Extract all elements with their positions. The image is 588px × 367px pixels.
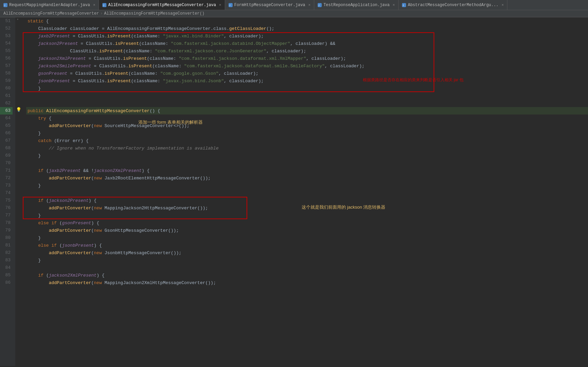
code-line-56: jackson2XmlPresent = ClassUtils. isPrese…: [26, 55, 588, 62]
method-addpart-82: addPartConverter: [49, 250, 91, 256]
svg-text:J: J: [229, 4, 231, 6]
lightbulb-icon[interactable]: 💡: [16, 107, 21, 112]
tab-close-3-button[interactable]: ×: [393, 3, 395, 7]
indent-71: [28, 168, 38, 173]
line-60: 60: [0, 85, 13, 92]
line-83: 83: [0, 257, 13, 264]
type-jackson2xml: MappingJackson2XmlHttpMessageConverter: [104, 280, 205, 285]
plain-81b: (: [57, 243, 62, 248]
line-72: 72: [0, 174, 13, 182]
plain-59a: = ClassUtils.: [70, 78, 107, 84]
annotation-form-parsers: 添加一些 form 表单相关的解析器: [138, 119, 203, 125]
line-81: 81: [0, 242, 13, 249]
plain-86a: (: [91, 280, 94, 285]
indent-68: [28, 146, 49, 151]
keyword-new-86: new: [94, 280, 102, 285]
type-jaxb2: Jaxb2RootElementHttpMessageConverter: [104, 176, 200, 181]
plain-54b: (: [139, 41, 142, 46]
code-line-83: }: [26, 257, 588, 264]
plain-78a: [49, 221, 51, 226]
keyword-if-85: if: [38, 273, 44, 278]
code-line-59: jsonbPresent = ClassUtils. isPresent ( c…: [26, 77, 588, 85]
plain-85b: ) {: [97, 273, 104, 278]
plain-53b: (: [131, 34, 134, 39]
line-85: 85: [0, 272, 13, 279]
plain-63b: () {: [150, 108, 160, 113]
plain-58b: (: [128, 71, 131, 76]
code-content: 添加一些 form 表单相关的解析器 这个就是我们前面用的 jackson 消息…: [23, 17, 588, 366]
tab-label-4: AbstractMessageConverterMethodArgu...: [408, 3, 498, 7]
constructor-name: AllEncompassingFormHttpMessageConverter: [46, 108, 150, 113]
plain-59c: [160, 78, 163, 84]
tab-testresponse[interactable]: J TestReponseApplication.java ×: [314, 0, 399, 10]
fold-icon-51[interactable]: ▾: [17, 17, 19, 21]
indent-69: [28, 153, 38, 158]
plain-53c: [160, 34, 163, 39]
field-jackson2-75: jackson2Present: [49, 198, 88, 203]
plain-79b: [102, 228, 104, 233]
line-58: 58: [0, 70, 13, 77]
indent-83: [28, 258, 38, 263]
plain-58d: , classLoader);: [219, 71, 258, 76]
tab-abstract[interactable]: J AbstractMessageConverterMethodArgu... …: [399, 0, 507, 10]
comment-ignore: // Ignore when no TransformerFactory imp…: [49, 146, 218, 151]
plain-65a: (: [91, 123, 94, 128]
line-51: 51: [0, 17, 13, 25]
method-ispresent-58: isPresent: [104, 71, 128, 76]
plain-53a: = ClassUtils.: [70, 34, 107, 39]
tab-allencompassing[interactable]: J AllEncompassingFormHttpMessageConverte…: [99, 0, 225, 10]
method-addpart-72: addPartConverter: [49, 176, 91, 181]
code-line-71: if ( jaxb2Present && ! jackson2XmlPresen…: [26, 167, 588, 174]
line-86: 86: [0, 279, 13, 286]
indent-76: [28, 206, 49, 211]
svg-text:J: J: [403, 4, 404, 6]
annotation-jar-comment: 根据类路径是否存在相应的类来判断是否引入相关 jar 包: [363, 77, 464, 83]
tab-requestmapping[interactable]: J RequestMappingHandlerAdapter.java ×: [0, 0, 99, 10]
plain-57b: (: [152, 64, 155, 69]
plain-78c: ) {: [91, 221, 99, 226]
code-line-53: jaxb2Present = ClassUtils. isPresent ( c…: [26, 32, 588, 40]
indent-59: [28, 78, 38, 84]
breadcrumb-method[interactable]: AllEncompassingFormHttpMessageConverter(…: [104, 11, 204, 16]
plain-54c: [168, 41, 171, 46]
field-jackson2xml: jackson2XmlPresent: [38, 56, 86, 61]
tab-formhttp[interactable]: J FormHttpMessageConverter.java ×: [225, 0, 314, 10]
plain-72b: [102, 176, 104, 181]
plain-56c: [176, 56, 179, 61]
line-62: 62: [0, 100, 13, 107]
indent-66: [28, 131, 38, 136]
code-line-65: addPartConverter ( new SourceHttpMessage…: [26, 122, 588, 129]
field-jaxb2: jaxb2Present: [38, 34, 70, 39]
str-gson: "com.google.gson.Gson": [160, 71, 219, 76]
tab-close-button[interactable]: ×: [93, 3, 96, 7]
code-line-80: }: [26, 234, 588, 242]
code-line-61: [26, 92, 588, 100]
indent-75: [28, 198, 38, 203]
line-78: 78: [0, 219, 13, 227]
field-gson-78: gsonPresent: [62, 221, 91, 226]
line-73: 73: [0, 182, 13, 189]
plain-67a: (: [51, 138, 57, 143]
plain-72a: (: [91, 176, 94, 181]
keyword-catch: catch: [38, 138, 51, 143]
line-66: 66: [0, 129, 13, 137]
plain-54d: , classLoader) &&: [290, 41, 335, 46]
keyword-new-72: new: [94, 176, 102, 181]
breadcrumb-class[interactable]: AllEncompassingFormHttpMessageConverter: [3, 11, 99, 16]
tab-label-3: TestReponseApplication.java: [323, 3, 389, 7]
line-69: 69: [0, 152, 13, 159]
plain-55c: [152, 49, 155, 54]
field-jackson2xml-71: jackson2XmlPresent: [94, 168, 141, 173]
line-67: 67: [0, 137, 13, 144]
plain-76b: [102, 206, 104, 211]
plain-67b: err) {: [70, 138, 89, 143]
str-smilefactory: "com.fasterxml.jackson.dataformat.smile.…: [184, 64, 324, 69]
tab-close-4-button[interactable]: ×: [502, 3, 504, 7]
code-line-60: }: [26, 85, 588, 92]
svg-text:J: J: [103, 4, 104, 6]
indent-82: [28, 250, 49, 256]
plain-59b: (: [131, 78, 134, 84]
tab-close-active-button[interactable]: ×: [219, 3, 221, 7]
indent-86: [28, 280, 49, 285]
tab-close-2-button[interactable]: ×: [308, 3, 311, 7]
